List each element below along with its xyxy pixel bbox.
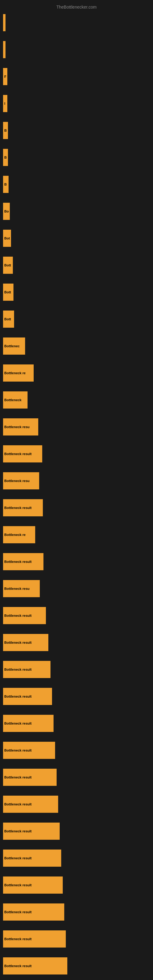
bar-label: Bott bbox=[4, 263, 11, 267]
bar-row: Bottleneck result bbox=[3, 899, 153, 926]
bar-row: F bbox=[3, 63, 153, 90]
bar-block: Bottleneck resu bbox=[3, 418, 38, 436]
bar-block: B bbox=[3, 149, 8, 166]
bar-block: Bottleneck result bbox=[3, 769, 57, 786]
bar-label: I bbox=[4, 102, 5, 105]
bar-row: Bottleneck result bbox=[3, 926, 153, 953]
bar-block: Bottleneck result bbox=[3, 688, 52, 705]
bar-row: Bottleneck re bbox=[3, 360, 153, 387]
bar-label: Bottleneck resu bbox=[4, 587, 30, 590]
bar-label: Bottleneck result bbox=[4, 829, 32, 833]
bar-block: Bottleneck result bbox=[3, 634, 48, 651]
bar-label: Bottleneck result bbox=[4, 452, 32, 456]
bar-row: Bottleneck result bbox=[3, 791, 153, 818]
bar-label: B bbox=[4, 156, 7, 159]
bar-label: Bottleneck result bbox=[4, 695, 32, 698]
bar-label: F bbox=[4, 75, 6, 78]
bar-block: Bottleneck result bbox=[3, 742, 55, 759]
bar-row: Bottleneck resu bbox=[3, 575, 153, 602]
bar-row: Bottleneck result bbox=[3, 441, 153, 467]
bar-label: Bottleneck result bbox=[4, 668, 32, 671]
bar-label: B bbox=[4, 183, 7, 186]
bar-block: Bott bbox=[3, 283, 13, 301]
bar-block: Bottleneck result bbox=[3, 877, 63, 894]
bar-row: Bottleneck resu bbox=[3, 414, 153, 441]
bar-label: B bbox=[4, 129, 7, 132]
bar-row bbox=[3, 9, 153, 36]
bar-row: Bott bbox=[3, 252, 153, 279]
bar-label: Bott bbox=[4, 317, 11, 321]
bar-block: Bottleneck result bbox=[3, 499, 43, 516]
bar-label: Bottleneck bbox=[4, 398, 21, 402]
bar-row: Bottleneck result bbox=[3, 494, 153, 521]
bar-label: Bot bbox=[4, 236, 10, 240]
bar-label: Bottleneck result bbox=[4, 614, 32, 617]
bar-block: Bottleneck resu bbox=[3, 580, 40, 597]
bar-block: Bottleneck resu bbox=[3, 472, 39, 489]
bar-block: Bottleneck result bbox=[3, 822, 60, 840]
bar-block: I bbox=[3, 95, 7, 112]
bar-row: B bbox=[3, 144, 153, 171]
bar-block: Bot bbox=[3, 230, 11, 247]
bar-row: Bottleneck result bbox=[3, 818, 153, 845]
bar-block: Bott bbox=[3, 257, 13, 274]
bars-container: FIBBBBoBotBottBottBottBottlenecBottlenec… bbox=[0, 9, 153, 979]
bar-row: Bottleneck resu bbox=[3, 467, 153, 494]
bar-row: Bot bbox=[3, 225, 153, 252]
bar-block: Bottleneck result bbox=[3, 661, 51, 678]
bar-label: Bottleneck re bbox=[4, 533, 26, 536]
bar-row: Bottleneck result bbox=[3, 872, 153, 899]
bar-block: Bottleneck re bbox=[3, 364, 33, 382]
bar-label: Bottleneck result bbox=[4, 937, 32, 941]
bar-label: Bottleneck result bbox=[4, 560, 32, 563]
bar-row: Bottleneck re bbox=[3, 521, 153, 548]
bar-row: Bottlenec bbox=[3, 332, 153, 360]
bar-row: Bottleneck result bbox=[3, 548, 153, 575]
bar-row: Bottleneck result bbox=[3, 737, 153, 764]
bar-block: Bottleneck result bbox=[3, 931, 66, 948]
bar-block: Bottlenec bbox=[3, 337, 25, 355]
bar-row: Bottleneck result bbox=[3, 845, 153, 872]
bar-label: Bottleneck result bbox=[4, 883, 32, 887]
bar-row: Bo bbox=[3, 198, 153, 225]
bar-block: Bottleneck bbox=[3, 391, 27, 409]
bar-label: Bottleneck resu bbox=[4, 425, 30, 429]
bar-row: Bottleneck result bbox=[3, 683, 153, 710]
bar-row: B bbox=[3, 117, 153, 144]
bar-row: Bottleneck result bbox=[3, 710, 153, 737]
bar-row: I bbox=[3, 90, 153, 117]
bar-row: Bottleneck result bbox=[3, 629, 153, 656]
bar-block: F bbox=[3, 68, 7, 85]
bar-block: B bbox=[3, 176, 9, 193]
bar-label: Bottleneck result bbox=[4, 802, 32, 806]
bar-row bbox=[3, 36, 153, 63]
bar-row: Bottleneck result bbox=[3, 602, 153, 629]
bar-block: Bottleneck result bbox=[3, 795, 58, 813]
bar-block: Bottleneck re bbox=[3, 526, 35, 543]
bar-block: Bottleneck result bbox=[3, 607, 46, 624]
bar-row: Bottleneck result bbox=[3, 656, 153, 683]
bar-block: Bottleneck result bbox=[3, 850, 61, 867]
bar-label: Bottleneck result bbox=[4, 964, 32, 968]
bar-row: Bott bbox=[3, 279, 153, 305]
bar-row: Bottleneck result bbox=[3, 953, 153, 979]
bar-block bbox=[3, 14, 5, 31]
bar-block: Bottleneck result bbox=[3, 715, 54, 732]
bar-row: Bottleneck result bbox=[3, 764, 153, 791]
bar-label: Bottleneck result bbox=[4, 775, 32, 779]
bar-label: Bo bbox=[4, 210, 9, 213]
bar-block: B bbox=[3, 122, 8, 139]
bar-label: Bottleneck result bbox=[4, 910, 32, 914]
bar-label: Bottlenec bbox=[4, 344, 19, 348]
bar-block bbox=[3, 41, 5, 58]
bar-label: Bottleneck result bbox=[4, 748, 32, 752]
bar-block: Bottleneck result bbox=[3, 957, 67, 975]
bar-label: Bottleneck resu bbox=[4, 479, 30, 483]
bar-row: Bottleneck bbox=[3, 387, 153, 414]
bar-label: Bottleneck result bbox=[4, 722, 32, 725]
bar-label: Bottleneck result bbox=[4, 856, 32, 860]
bar-block: Bottleneck result bbox=[3, 553, 43, 570]
bar-row: B bbox=[3, 171, 153, 198]
bar-row: Bott bbox=[3, 305, 153, 332]
bar-label: Bottleneck result bbox=[4, 506, 32, 510]
